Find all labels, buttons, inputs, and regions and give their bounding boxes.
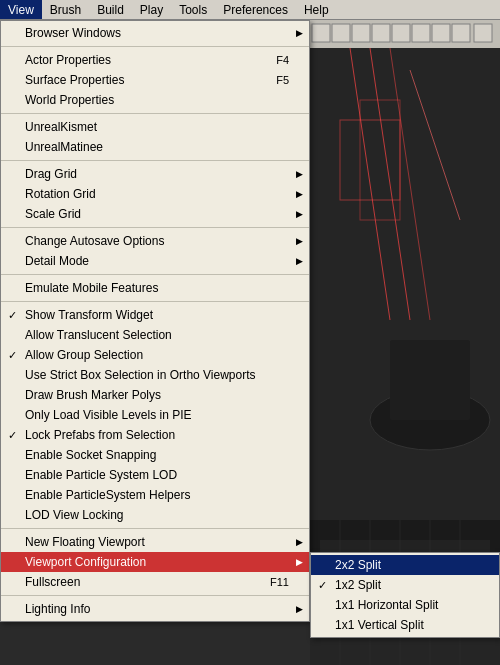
menu-item-new-floating[interactable]: New Floating Viewport (1, 532, 309, 552)
menu-item-lighting-info[interactable]: Lighting Info (1, 599, 309, 619)
menu-item-rotation-grid[interactable]: Rotation Grid (1, 184, 309, 204)
menu-item-enable-socket[interactable]: Enable Socket Snapping (1, 445, 309, 465)
menu-item-actor-properties[interactable]: Actor Properties F4 (1, 50, 309, 70)
separator-2 (1, 113, 309, 114)
menubar-item-build[interactable]: Build (89, 0, 132, 19)
menu-item-allow-group[interactable]: Allow Group Selection (1, 345, 309, 365)
menubar-item-help[interactable]: Help (296, 0, 337, 19)
svg-rect-10 (474, 24, 492, 42)
svg-rect-5 (372, 24, 390, 42)
menu-item-allow-translucent[interactable]: Allow Translucent Selection (1, 325, 309, 345)
menu-item-world-properties[interactable]: World Properties (1, 90, 309, 110)
menu-item-change-autosave[interactable]: Change Autosave Options (1, 231, 309, 251)
menubar: View Brush Build Play Tools Preferences … (0, 0, 500, 20)
menu-item-scale-grid[interactable]: Scale Grid (1, 204, 309, 224)
submenu-item-1x1-vertical[interactable]: 1x1 Vertical Split (311, 615, 499, 635)
menu-item-surface-properties[interactable]: Surface Properties F5 (1, 70, 309, 90)
svg-rect-9 (452, 24, 470, 42)
separator-7 (1, 528, 309, 529)
menu-item-enable-particle-helpers[interactable]: Enable ParticleSystem Helpers (1, 485, 309, 505)
separator-5 (1, 274, 309, 275)
menubar-item-brush[interactable]: Brush (42, 0, 89, 19)
svg-rect-19 (390, 340, 470, 420)
submenu-item-1x2-split[interactable]: 1x2 Split (311, 575, 499, 595)
menu-item-only-load[interactable]: Only Load Visible Levels in PIE (1, 405, 309, 425)
svg-rect-4 (352, 24, 370, 42)
separator-4 (1, 227, 309, 228)
svg-rect-3 (332, 24, 350, 42)
menu-item-unrealkismet[interactable]: UnrealKismet (1, 117, 309, 137)
svg-rect-2 (312, 24, 330, 42)
submenu-item-2x2-split[interactable]: 2x2 Split (311, 555, 499, 575)
separator-8 (1, 595, 309, 596)
separator-3 (1, 160, 309, 161)
menu-item-drag-grid[interactable]: Drag Grid (1, 164, 309, 184)
separator-1 (1, 46, 309, 47)
svg-rect-8 (432, 24, 450, 42)
menubar-item-tools[interactable]: Tools (171, 0, 215, 19)
menu-item-lod-view-locking[interactable]: LOD View Locking (1, 505, 309, 525)
menu-item-browser-windows[interactable]: Browser Windows (1, 23, 309, 43)
menu-item-emulate-mobile[interactable]: Emulate Mobile Features (1, 278, 309, 298)
menubar-item-play[interactable]: Play (132, 0, 171, 19)
menu-item-strict-box[interactable]: Use Strict Box Selection in Ortho Viewpo… (1, 365, 309, 385)
menu-item-detail-mode[interactable]: Detail Mode (1, 251, 309, 271)
menu-item-viewport-config[interactable]: Viewport Configuration 2x2 Split 1x2 Spl… (1, 552, 309, 572)
separator-6 (1, 301, 309, 302)
menu-item-enable-particle-lod[interactable]: Enable Particle System LOD (1, 465, 309, 485)
menu-item-fullscreen[interactable]: Fullscreen F11 (1, 572, 309, 592)
menu-item-unrealmatinee[interactable]: UnrealMatinee (1, 137, 309, 157)
menu-item-draw-brush[interactable]: Draw Brush Marker Polys (1, 385, 309, 405)
view-dropdown-menu: Browser Windows Actor Properties F4 Surf… (0, 20, 310, 622)
menu-item-show-transform[interactable]: Show Transform Widget (1, 305, 309, 325)
svg-rect-7 (412, 24, 430, 42)
svg-rect-6 (392, 24, 410, 42)
menubar-item-preferences[interactable]: Preferences (215, 0, 296, 19)
submenu-item-1x1-horizontal[interactable]: 1x1 Horizontal Split (311, 595, 499, 615)
menu-item-lock-prefabs[interactable]: Lock Prefabs from Selection (1, 425, 309, 445)
menubar-item-view[interactable]: View (0, 0, 42, 19)
viewport-config-submenu: 2x2 Split 1x2 Split 1x1 Horizontal Split… (310, 552, 500, 638)
